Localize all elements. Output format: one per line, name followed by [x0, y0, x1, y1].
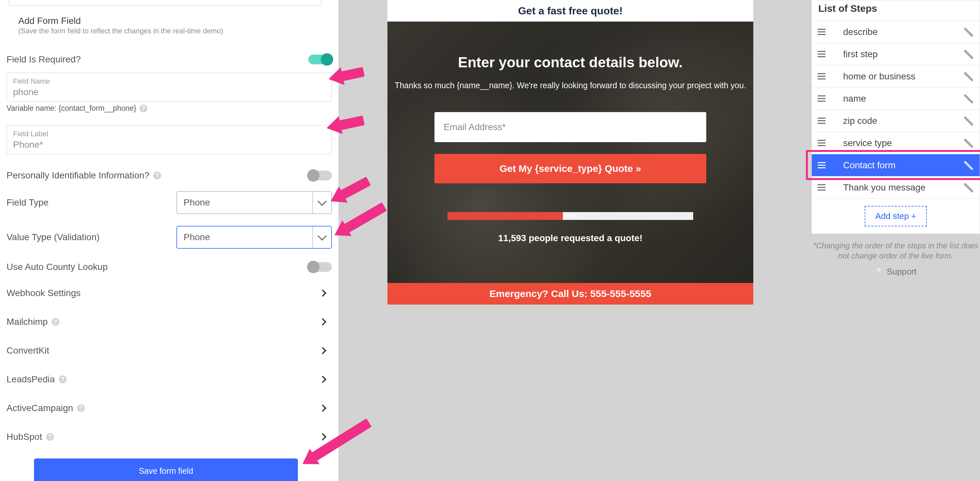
section-subtitle: (Save the form field to reflect the chan… [18, 27, 332, 35]
settings-row-hubspot[interactable]: HubSpot? [6, 432, 332, 442]
variable-name-text: Variable name: {contact_form__phone} [6, 104, 136, 113]
preview-emergency-text: Emergency? Call Us: 555-555-5555 [489, 288, 651, 299]
field-name-label: Field Name [13, 77, 325, 86]
chevron-right-icon [319, 405, 327, 412]
step-row-home-or-business[interactable]: home or business [812, 65, 980, 87]
step-label: Contact form [843, 160, 896, 170]
help-icon: ? [875, 267, 883, 274]
settings-row-webhook-settings[interactable]: Webhook Settings [6, 288, 332, 298]
field-required-toggle[interactable] [309, 54, 332, 64]
support-link[interactable]: Support [886, 267, 916, 277]
steps-note: *Changing the order of the steps in the … [811, 240, 980, 261]
step-row-describe[interactable]: describe [812, 21, 980, 43]
step-row-zip-code[interactable]: zip code [812, 110, 980, 132]
step-row-service-type[interactable]: service type [812, 132, 980, 154]
settings-row-leadspedia[interactable]: LeadsPedia? [6, 374, 332, 385]
save-form-field-button[interactable]: Save form field [34, 459, 298, 481]
step-row-name[interactable]: name [812, 87, 980, 110]
preview-top-text: Get a fast free quote! [518, 5, 623, 17]
chevron-right-icon [319, 347, 327, 355]
drag-handle-icon[interactable] [818, 29, 827, 35]
auto-county-toggle[interactable] [309, 262, 332, 272]
drag-handle-icon[interactable] [818, 184, 827, 191]
settings-row-mailchimp[interactable]: Mailchimp? [6, 317, 332, 327]
preview-social-proof: 11,593 people requested a quote! [387, 233, 753, 244]
step-label: service type [843, 138, 892, 148]
settings-label: LeadsPedia [6, 374, 55, 385]
value-type-select[interactable]: Phone [177, 226, 332, 248]
edit-icon[interactable] [963, 116, 973, 126]
value-type-label: Value Type (Validation) [6, 232, 100, 242]
live-preview: Get a fast free quote! Enter your contac… [387, 0, 753, 304]
drag-handle-icon[interactable] [818, 51, 827, 57]
field-type-value: Phone [177, 192, 313, 213]
preview-heading: Enter your contact details below. [387, 54, 753, 70]
settings-label: Mailchimp [6, 317, 48, 327]
drag-handle-icon[interactable] [818, 73, 827, 80]
help-icon[interactable]: ? [153, 172, 161, 179]
edit-icon[interactable] [963, 27, 973, 37]
preview-email-input[interactable]: Email Address* [434, 112, 706, 142]
drag-handle-icon[interactable] [818, 96, 827, 102]
step-row-first-step[interactable]: first step [812, 43, 980, 65]
section-title: Add Form Field [18, 16, 332, 26]
field-label-input[interactable]: Field Label Phone* [6, 125, 332, 154]
help-icon[interactable]: ? [46, 433, 54, 441]
add-step-button[interactable]: Add step + [865, 206, 926, 226]
auto-county-label: Use Auto County Lookup [6, 262, 108, 272]
edit-icon[interactable] [963, 161, 973, 170]
step-label: home or business [843, 71, 915, 82]
field-name-input[interactable]: Field Name phone [6, 73, 332, 102]
chevron-right-icon [319, 376, 327, 383]
help-icon[interactable]: ? [140, 105, 147, 112]
edit-icon[interactable] [963, 49, 973, 59]
drag-handle-icon[interactable] [818, 162, 827, 168]
help-icon[interactable]: ? [52, 318, 59, 326]
edit-icon[interactable] [963, 138, 973, 148]
value-type-value: Phone [177, 226, 313, 248]
settings-row-activecampaign[interactable]: ActiveCampaign? [6, 403, 332, 413]
chevron-right-icon [319, 318, 327, 326]
settings-label: ActiveCampaign [6, 403, 73, 413]
settings-label: ConvertKit [6, 346, 49, 356]
drag-handle-icon[interactable] [818, 118, 827, 124]
field-type-select[interactable]: Phone [177, 191, 332, 214]
settings-label: Webhook Settings [6, 288, 81, 298]
preview-top-bar: Get a fast free quote! [387, 0, 753, 22]
steps-panel: List of Steps describefirst stephome or … [811, 0, 980, 277]
edit-icon[interactable] [963, 72, 973, 81]
pii-toggle[interactable] [309, 170, 332, 180]
step-row-contact-form[interactable]: Contact form [812, 154, 980, 176]
field-label-value: Phone* [13, 140, 325, 150]
preview-cta-button[interactable]: Get My {service_type} Quote » [434, 154, 706, 183]
chevron-right-icon [319, 433, 327, 441]
chevron-down-icon [313, 235, 331, 239]
step-label: first step [843, 49, 878, 59]
field-required-label: Field Is Required? [6, 54, 81, 65]
preview-progress-bar: 55% [447, 212, 693, 220]
step-row-thank-you-message[interactable]: Thank you message [812, 176, 980, 198]
preview-cta-text: Get My {service_type} Quote » [500, 163, 641, 174]
help-icon[interactable]: ? [59, 376, 67, 383]
steps-title: List of Steps [812, 0, 980, 21]
help-icon[interactable]: ? [77, 404, 85, 412]
step-label: name [843, 94, 866, 104]
preview-progress-pct: 55% [564, 212, 577, 220]
settings-row-convertkit[interactable]: ConvertKit [6, 346, 332, 356]
field-label-caption: Field Label [13, 130, 325, 138]
step-label: Thank you message [843, 182, 926, 193]
edit-icon[interactable] [963, 183, 973, 193]
edit-icon[interactable] [963, 94, 973, 104]
field-name-value: phone [13, 87, 325, 97]
preview-progress-fill [447, 212, 563, 220]
preview-email-placeholder: Email Address* [444, 122, 506, 132]
preview-hero: Enter your contact details below. Thanks… [387, 22, 753, 283]
drag-handle-icon[interactable] [818, 140, 827, 146]
chevron-right-icon [319, 290, 327, 297]
form-field-editor-panel: Add Form Field (Save the form field to r… [0, 0, 339, 481]
step-label: zip code [843, 116, 877, 126]
step-label: describe [843, 27, 878, 37]
chevron-down-icon [313, 201, 331, 205]
top-collapsed-area [8, 0, 321, 6]
field-type-label: Field Type [6, 197, 49, 208]
